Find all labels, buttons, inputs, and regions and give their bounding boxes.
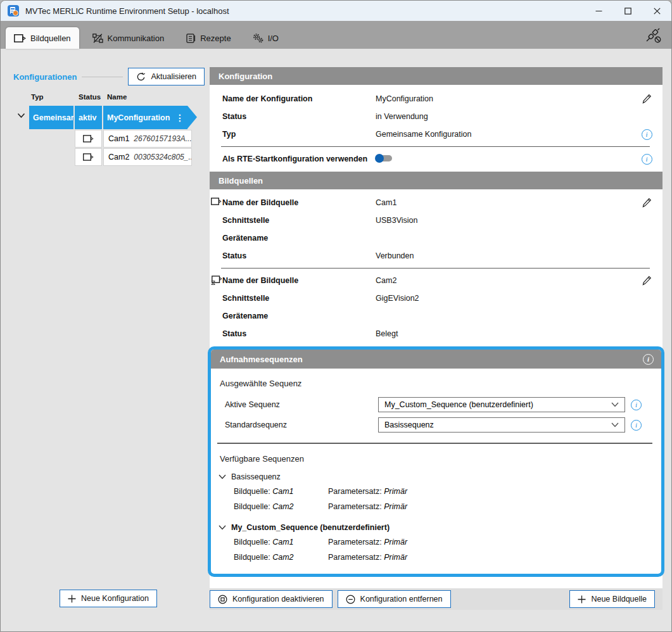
camera-id: 00305324c805_...	[134, 153, 192, 161]
chevron-down-icon	[611, 422, 619, 427]
item-param: Primär	[384, 487, 407, 496]
disconnect-icon[interactable]	[645, 27, 661, 43]
config-typ-row: Typ Gemeinsame Konfiguration i	[210, 125, 662, 143]
tab-rezepte[interactable]: Rezepte	[177, 27, 239, 49]
sequence-item: Bildquelle: Cam2 Parametersatz: Primär	[234, 499, 661, 514]
new-configuration-button[interactable]: Neue Konfiguration	[60, 590, 157, 607]
camera-icon	[14, 34, 26, 42]
title-bar: MVTec MERLIC Runtime Environment Setup -…	[1, 1, 671, 21]
edit-icon[interactable]	[631, 94, 662, 104]
camera-name: Cam1	[108, 134, 129, 143]
source-interface-row: Schnittstelle GigEVision2	[210, 289, 662, 307]
chevron-down-icon[interactable]	[219, 525, 226, 530]
konfiguration-section-header: Konfiguration	[210, 67, 662, 85]
info-icon[interactable]: i	[643, 354, 654, 365]
active-sequence-row: Aktive Sequenz My_Custom_Sequence (benut…	[211, 395, 661, 415]
camera-id: 26760157193A...	[134, 134, 191, 143]
active-sequence-select[interactable]: My_Custom_Sequence (benutzerdefiniert)	[378, 397, 625, 412]
tab-label: Rezepte	[200, 34, 231, 43]
source-interface-row: Schnittstelle USB3Vision	[210, 212, 662, 229]
refresh-button[interactable]: Aktualisieren	[128, 68, 205, 85]
footer-bar: Konfiguration deaktivieren Konfiguration…	[210, 588, 662, 610]
tab-bildquellen[interactable]: Bildquellen	[6, 27, 79, 49]
aufnahmesequenzen-section: Aufnahmesequenzen i Ausgewählte Sequenz …	[208, 346, 664, 577]
app-icon	[8, 5, 19, 16]
chevron-down-icon[interactable]	[219, 474, 226, 479]
camera-icon	[211, 198, 222, 205]
item-param: Primär	[384, 553, 407, 562]
maximize-button[interactable]	[613, 1, 642, 21]
item-source: Cam1	[272, 538, 293, 547]
new-source-button[interactable]: Neue Bildquelle	[569, 590, 655, 608]
camera-icon	[75, 148, 102, 166]
rte-start-row: Als RTE-Startkonfiguration verwenden i	[210, 150, 662, 168]
config-typ-value: Gemeinsame Konfiguration	[376, 130, 631, 139]
item-source: Cam2	[272, 553, 293, 562]
info-icon[interactable]: i	[631, 420, 642, 431]
config-status-value: in Verwendung	[376, 112, 631, 121]
remove-configuration-button[interactable]: Konfiguration entfernen	[338, 590, 451, 608]
sequence-item: Bildquelle: Cam1 Parametersatz: Primär	[234, 534, 661, 550]
chevron-down-icon[interactable]	[17, 113, 25, 118]
chevron-down-icon	[611, 402, 619, 407]
sequence-item: Bildquelle: Cam2 Parametersatz: Primär	[234, 550, 661, 565]
camera-row[interactable]: Cam2 00305324c805_...	[13, 148, 205, 166]
source-status-value: Belegt	[376, 329, 631, 338]
divider	[82, 77, 123, 77]
source-device-row: Gerätename	[210, 229, 662, 247]
config-table-header: Typ Status Name	[13, 93, 203, 103]
window-title: MVTec MERLIC Runtime Environment Setup -…	[25, 6, 229, 16]
plus-icon	[578, 595, 586, 604]
source-name-value: Cam1	[376, 198, 631, 207]
info-icon[interactable]: i	[642, 129, 652, 140]
row-menu-icon[interactable]	[175, 106, 184, 129]
config-name-value: MyConfiguration	[376, 94, 631, 103]
close-button[interactable]	[642, 1, 671, 21]
item-source: Cam2	[272, 502, 293, 511]
source-interface-value: USB3Vision	[376, 216, 631, 225]
edit-icon[interactable]	[631, 275, 662, 286]
configuration-row-selected[interactable]: Gemeinsam aktiv MyConfiguration	[13, 106, 205, 129]
camera-name: Cam2	[108, 153, 129, 161]
source-status-row: Status Verbunden	[210, 247, 662, 265]
tab-io[interactable]: I/O	[244, 27, 287, 49]
tab-kommunikation[interactable]: Kommunikation	[84, 27, 173, 49]
item-source: Cam1	[272, 487, 293, 496]
edit-icon[interactable]	[631, 198, 662, 208]
deactivate-configuration-button[interactable]: Konfiguration deaktivieren	[210, 590, 333, 608]
divider	[221, 146, 650, 147]
divider	[221, 268, 650, 269]
recipe-icon	[186, 34, 196, 43]
network-icon	[92, 34, 103, 43]
aufnahmesequenzen-section-header: Aufnahmesequenzen i	[211, 350, 661, 369]
available-sequences-heading: Verfügbare Sequenzen	[220, 454, 661, 464]
selected-sequence-heading: Ausgewählte Sequenz	[220, 379, 661, 388]
config-status-cell: aktiv	[75, 106, 102, 129]
sequence-my-custom-sequence[interactable]: My_Custom_Sequence (benutzerdefiniert)	[219, 523, 661, 532]
info-icon[interactable]: i	[631, 400, 642, 410]
source-device-row: Gerätename	[210, 307, 662, 325]
tab-bar: Bildquellen Kommunikation Rezepte I/O	[1, 21, 671, 49]
camera-row[interactable]: Cam1 26760157193A...	[13, 130, 205, 148]
config-name-row: Name der Konfiguration MyConfiguration	[210, 90, 662, 108]
tab-label: Bildquellen	[30, 34, 71, 43]
default-sequence-select[interactable]: Basissequenz	[378, 417, 625, 433]
plus-icon	[68, 595, 76, 603]
info-icon[interactable]: i	[642, 154, 652, 165]
sequence-item: Bildquelle: Cam1 Parametersatz: Primär	[234, 484, 661, 499]
source-status-value: Verbunden	[376, 251, 631, 260]
item-param: Primär	[384, 502, 407, 511]
source-interface-value: GigEVision2	[376, 294, 631, 303]
rte-start-toggle[interactable]	[376, 155, 392, 161]
source-name-row: Name der Bildquelle Cam2	[210, 272, 662, 289]
detail-panel: Konfiguration Name der Konfiguration MyC…	[210, 67, 662, 588]
camera-busy-icon	[211, 275, 222, 285]
sequence-basissequenz[interactable]: Basissequenz	[219, 472, 661, 481]
source-status-row: Status Belegt	[210, 325, 662, 343]
config-status-row: Status in Verwendung	[210, 108, 662, 125]
refresh-icon	[136, 72, 146, 82]
minimize-button[interactable]	[584, 1, 613, 21]
tab-label: I/O	[268, 34, 279, 43]
source-name-value: Cam2	[376, 276, 631, 285]
default-sequence-row: Standardsequenz Basissequenz i	[211, 415, 661, 435]
